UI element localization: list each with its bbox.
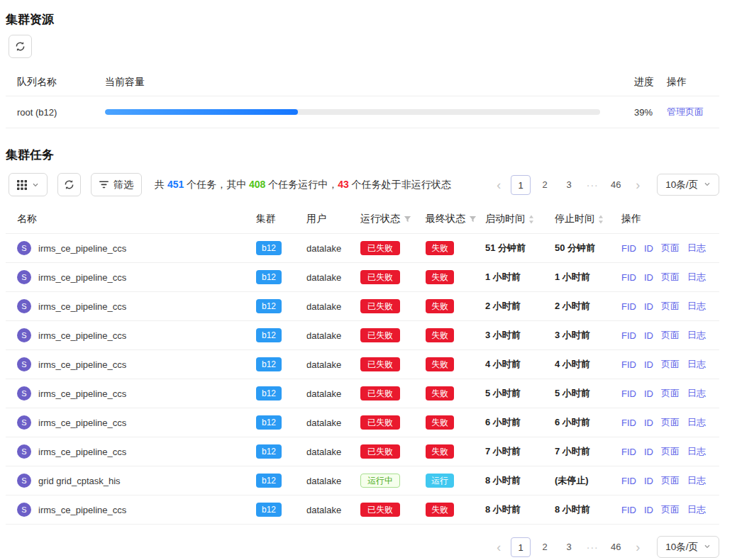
cluster-tag: b12 bbox=[256, 386, 282, 401]
final-status-filter-icon[interactable] bbox=[469, 215, 477, 223]
action-link-页面[interactable]: 页面 bbox=[661, 358, 680, 371]
run-status-tag: 已失败 bbox=[360, 328, 400, 342]
action-link-fid[interactable]: FID bbox=[621, 418, 636, 428]
action-link-日志[interactable]: 日志 bbox=[687, 416, 706, 429]
final-status-tag: 运行 bbox=[426, 474, 454, 488]
page-button-3[interactable]: 3 bbox=[559, 175, 579, 195]
action-link-页面[interactable]: 页面 bbox=[661, 474, 680, 487]
action-link-id[interactable]: ID bbox=[644, 272, 653, 283]
header-user: 用户 bbox=[306, 213, 360, 225]
page-button-last[interactable]: 46 bbox=[606, 537, 626, 557]
action-link-页面[interactable]: 页面 bbox=[661, 300, 680, 313]
start-time-sort-icon[interactable] bbox=[528, 215, 534, 224]
action-link-页面[interactable]: 页面 bbox=[661, 445, 680, 458]
actions-cell: FIDID页面日志 bbox=[621, 387, 719, 400]
refresh-tasks-button[interactable] bbox=[57, 173, 81, 196]
action-link-id[interactable]: ID bbox=[644, 243, 653, 254]
action-link-页面[interactable]: 页面 bbox=[661, 242, 680, 254]
page-button-1[interactable]: 1 bbox=[511, 175, 531, 195]
cluster-tag: b12 bbox=[256, 444, 282, 459]
stop-time-cell: 1 小时前 bbox=[555, 271, 621, 284]
page-button-2[interactable]: 2 bbox=[535, 175, 555, 195]
action-link-页面[interactable]: 页面 bbox=[661, 387, 680, 400]
prev-page-icon[interactable]: ‹ bbox=[491, 179, 506, 191]
action-link-日志[interactable]: 日志 bbox=[687, 358, 706, 371]
refresh-resources-button[interactable] bbox=[9, 35, 32, 58]
header-queue-name: 队列名称 bbox=[17, 76, 105, 89]
action-link-页面[interactable]: 页面 bbox=[661, 329, 680, 342]
action-link-日志[interactable]: 日志 bbox=[687, 329, 706, 342]
actions-cell: FIDID页面日志 bbox=[621, 445, 719, 458]
footer-bar: ‹ 1 2 3 ··· 46 › 10条/页 bbox=[6, 536, 719, 558]
action-link-页面[interactable]: 页面 bbox=[661, 271, 680, 284]
action-link-页面[interactable]: 页面 bbox=[661, 503, 680, 516]
stop-time-sort-icon[interactable] bbox=[598, 215, 604, 224]
action-link-日志[interactable]: 日志 bbox=[687, 300, 706, 313]
queue-name: root (b12) bbox=[17, 107, 105, 118]
header-current-capacity: 当前容量 bbox=[105, 76, 617, 89]
page-size-select[interactable]: 10条/页 bbox=[657, 536, 719, 558]
pagination-ellipsis[interactable]: ··· bbox=[583, 542, 602, 553]
action-link-fid[interactable]: FID bbox=[621, 272, 636, 283]
user-cell: datalake bbox=[306, 418, 360, 428]
action-link-id[interactable]: ID bbox=[644, 388, 653, 399]
header-final-status: 最终状态 bbox=[426, 213, 465, 225]
action-link-id[interactable]: ID bbox=[644, 447, 653, 457]
action-link-日志[interactable]: 日志 bbox=[687, 503, 706, 516]
task-name: irms_ce_pipeline_ccs bbox=[38, 272, 126, 283]
run-status-filter-icon[interactable] bbox=[404, 215, 411, 223]
page-button-2[interactable]: 2 bbox=[535, 537, 555, 557]
final-status-tag: 失败 bbox=[426, 241, 454, 255]
actions-cell: FIDID页面日志 bbox=[621, 503, 719, 516]
header-start-time: 启动时间 bbox=[485, 213, 525, 225]
action-link-id[interactable]: ID bbox=[644, 359, 653, 370]
action-link-日志[interactable]: 日志 bbox=[687, 387, 706, 400]
filter-button[interactable]: 筛选 bbox=[91, 173, 142, 196]
spark-avatar: S bbox=[17, 299, 31, 313]
spark-avatar: S bbox=[17, 270, 31, 284]
tasks-summary: 共 451 个任务，其中 408 个任务运行中，43 个任务处于非运行状态 bbox=[155, 179, 451, 191]
table-row: S irms_ce_pipeline_ccs b12 datalake 已失败 … bbox=[6, 321, 719, 350]
task-name: irms_ce_pipeline_ccs bbox=[38, 447, 126, 457]
action-link-fid[interactable]: FID bbox=[621, 330, 636, 341]
page-button-3[interactable]: 3 bbox=[559, 537, 579, 557]
resource-row: root (b12) 39% 管理页面 bbox=[6, 96, 719, 128]
page-button-1[interactable]: 1 bbox=[511, 537, 531, 557]
start-time-cell: 51 分钟前 bbox=[485, 242, 555, 254]
action-link-fid[interactable]: FID bbox=[621, 243, 636, 254]
prev-page-icon[interactable]: ‹ bbox=[491, 541, 506, 554]
action-link-fid[interactable]: FID bbox=[621, 359, 636, 370]
action-link-页面[interactable]: 页面 bbox=[661, 416, 680, 429]
not-running-task-count: 43 bbox=[338, 179, 349, 190]
manage-page-link[interactable]: 管理页面 bbox=[667, 106, 704, 117]
next-page-icon[interactable]: › bbox=[630, 179, 645, 191]
action-link-fid[interactable]: FID bbox=[621, 388, 636, 399]
action-link-id[interactable]: ID bbox=[644, 505, 653, 515]
action-link-日志[interactable]: 日志 bbox=[687, 271, 706, 284]
grid-icon bbox=[17, 180, 27, 190]
action-link-日志[interactable]: 日志 bbox=[687, 242, 706, 254]
page-size-label: 10条/页 bbox=[665, 541, 698, 554]
action-link-fid[interactable]: FID bbox=[621, 447, 636, 457]
action-link-fid[interactable]: FID bbox=[621, 505, 636, 515]
action-link-fid[interactable]: FID bbox=[621, 476, 636, 486]
next-page-icon[interactable]: › bbox=[630, 541, 645, 554]
page-size-label: 10条/页 bbox=[665, 179, 698, 191]
action-link-日志[interactable]: 日志 bbox=[687, 445, 706, 458]
pagination-ellipsis[interactable]: ··· bbox=[583, 179, 602, 191]
tasks-table-body: S irms_ce_pipeline_ccs b12 datalake 已失败 … bbox=[6, 234, 719, 525]
cluster-tag: b12 bbox=[256, 270, 282, 284]
action-link-id[interactable]: ID bbox=[644, 418, 653, 428]
column-settings-button[interactable] bbox=[9, 173, 48, 196]
action-link-fid[interactable]: FID bbox=[621, 301, 636, 312]
action-link-id[interactable]: ID bbox=[644, 301, 653, 312]
user-cell: datalake bbox=[306, 330, 360, 341]
final-status-tag: 失败 bbox=[426, 328, 454, 342]
stop-time-cell: 50 分钟前 bbox=[555, 242, 621, 254]
action-link-id[interactable]: ID bbox=[644, 330, 653, 341]
page-size-select[interactable]: 10条/页 bbox=[657, 174, 719, 196]
action-link-日志[interactable]: 日志 bbox=[687, 474, 706, 487]
action-link-id[interactable]: ID bbox=[644, 476, 653, 486]
spark-avatar: S bbox=[17, 386, 31, 401]
page-button-last[interactable]: 46 bbox=[606, 175, 626, 195]
